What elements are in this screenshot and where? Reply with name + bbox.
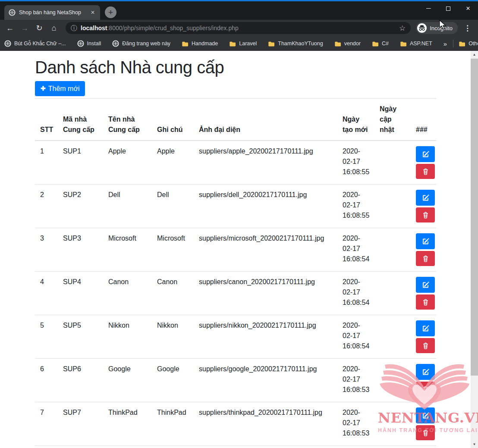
cell-actions — [411, 359, 436, 402]
folder-icon — [459, 41, 465, 47]
table-row: 6SUP6GoogleGooglesuppliers/google_202002… — [35, 359, 436, 402]
edit-button[interactable] — [416, 233, 435, 249]
new-tab-button[interactable]: + — [105, 6, 116, 18]
cell-name: Samsung — [103, 446, 152, 448]
edit-button[interactable] — [416, 146, 435, 162]
suppliers-table: STTMã nhà Cung cấpTên nhà Cung cấpGhi ch… — [35, 98, 436, 448]
scrollbar-up-icon[interactable]: ▲ — [471, 51, 478, 58]
scrollbar-down-icon[interactable]: ▼ — [471, 441, 478, 448]
table-row: 4SUP4CanonCanonsuppliers/canon_202002171… — [35, 272, 436, 315]
column-header: Ảnh đại diện — [194, 99, 337, 141]
cell-updated — [374, 228, 411, 272]
cell-created: 2020- — [337, 446, 374, 448]
cell-image: suppliers/nikkon_20200217170111.jpg — [194, 315, 337, 359]
delete-button[interactable] — [416, 425, 435, 440]
bookmark-item[interactable]: ASP.NET — [400, 41, 432, 47]
table-row: 7SUP7ThinkPadThinkPadsuppliers/thinkpad_… — [35, 402, 436, 446]
window-close-button[interactable]: ✕ — [458, 1, 478, 16]
folder-icon — [229, 41, 236, 47]
edit-button[interactable] — [416, 364, 435, 380]
url-path: :8000/php/simple/crud_shop_suppliers/ind… — [107, 25, 238, 31]
cell-name: Microsoft — [103, 228, 152, 272]
back-button[interactable]: ← — [3, 22, 16, 34]
add-new-button[interactable]: ✚ Thêm mới — [35, 81, 85, 96]
table-header-row: STTMã nhà Cung cấpTên nhà Cung cấpGhi ch… — [35, 99, 436, 141]
cell-updated — [374, 402, 411, 446]
scrollbar-thumb[interactable] — [471, 59, 478, 376]
bookmark-item[interactable]: Laravel — [229, 41, 257, 47]
other-bookmarks-button[interactable]: Other bookmarks — [459, 41, 478, 47]
bookmarks-overflow-chevron-icon[interactable]: » — [443, 40, 447, 47]
trash-icon — [422, 211, 429, 219]
bookmark-label: Bút Gỗ Khắc Chữ –... — [14, 41, 66, 47]
cell-stt: 8 — [35, 446, 58, 448]
incognito-icon — [417, 23, 427, 33]
edit-pencil-icon — [421, 281, 430, 289]
trash-icon — [422, 429, 429, 437]
browser-menu-icon[interactable]: ⋮ — [460, 24, 475, 33]
cell-updated — [374, 272, 411, 315]
cell-image: suppliers/thinkpad_20200217170111.jpg — [194, 402, 337, 446]
bookmark-label: Handmade — [192, 41, 218, 47]
delete-button[interactable] — [416, 382, 435, 397]
edit-button[interactable] — [416, 320, 435, 336]
cell-name: Canon — [103, 272, 152, 315]
cell-created: 2020-02-17 16:08:53 — [337, 402, 374, 446]
cell-stt: 1 — [35, 141, 58, 185]
cell-name: Nikkon — [103, 315, 152, 359]
delete-button[interactable] — [416, 294, 435, 310]
folder-icon — [372, 41, 379, 47]
bookmark-item[interactable]: C# — [372, 41, 389, 47]
cell-stt: 4 — [35, 272, 58, 315]
page-scrollbar[interactable]: ▲ ▼ — [471, 51, 478, 448]
cell-created: 2020-02-17 16:08:54 — [337, 228, 374, 272]
bookmark-star-icon[interactable]: ☆ — [399, 24, 406, 33]
table-row: 8SUP8SamsungSamsungsuppliers/samsung_202… — [35, 446, 436, 448]
bookmark-item[interactable]: ThamKhaoYTuong — [268, 41, 323, 47]
edit-button[interactable] — [416, 190, 435, 206]
page-info-icon[interactable]: ⓘ — [71, 24, 77, 32]
browser-tab[interactable]: Shop bán hàng NetaShop ✕ — [4, 5, 100, 20]
cell-image: suppliers/google_20200217170111.jpg — [194, 359, 337, 402]
window-maximize-button[interactable] — [438, 1, 458, 16]
cell-code: SUP8 — [58, 446, 103, 448]
delete-button[interactable] — [416, 207, 435, 222]
cell-code: SUP2 — [58, 185, 103, 228]
tab-close-icon[interactable]: ✕ — [89, 9, 97, 16]
bookmark-label: ThamKhaoYTuong — [278, 41, 323, 47]
cell-code: SUP4 — [58, 272, 103, 315]
address-bar[interactable]: ⓘ localhost :8000/php/simple/crud_shop_s… — [66, 22, 411, 34]
edit-button[interactable] — [416, 277, 435, 293]
forward-button[interactable]: → — [18, 22, 31, 34]
bookmark-item[interactable]: Install — [77, 40, 101, 47]
window-minimize-button[interactable] — [418, 1, 438, 16]
bookmark-item[interactable]: Đăng trang web này — [112, 40, 170, 47]
cell-code: SUP5 — [58, 315, 103, 359]
column-header: ### — [411, 99, 436, 141]
bookmark-item[interactable]: Bút Gỗ Khắc Chữ –... — [4, 40, 66, 47]
cell-actions — [411, 272, 436, 315]
cell-created: 2020-02-17 16:08:54 — [337, 272, 374, 315]
delete-button[interactable] — [416, 164, 435, 179]
cell-image: suppliers/canon_20200217170111.jpg — [194, 272, 337, 315]
cell-note: Apple — [152, 141, 194, 185]
cell-actions — [411, 315, 436, 359]
bookmark-item[interactable]: Handmade — [182, 41, 218, 47]
trash-icon — [422, 298, 429, 306]
home-button[interactable]: ⌂ — [47, 22, 60, 34]
delete-button[interactable] — [416, 338, 435, 353]
bookmark-item[interactable]: vendor — [334, 41, 361, 47]
edit-button[interactable] — [416, 407, 435, 423]
cell-note: Microsoft — [152, 228, 194, 272]
cell-image: suppliers/microsoft_20200217170111.jpg — [194, 228, 337, 272]
cell-created: 2020-02-17 16:08:53 — [337, 359, 374, 402]
tab-strip: Shop bán hàng NetaShop ✕ + ✕ — [0, 1, 478, 20]
cell-note: Samsung — [152, 446, 194, 448]
delete-button[interactable] — [416, 251, 435, 266]
cell-updated — [374, 359, 411, 402]
cell-image: suppliers/dell_20200217170111.jpg — [194, 185, 337, 228]
reload-button[interactable]: ↻ — [33, 22, 46, 34]
bookmark-label: ASP.NET — [410, 41, 432, 47]
trash-icon — [422, 342, 429, 350]
browser-window: Shop bán hàng NetaShop ✕ + ✕ ← → ↻ ⌂ ⓘ l… — [0, 0, 478, 51]
